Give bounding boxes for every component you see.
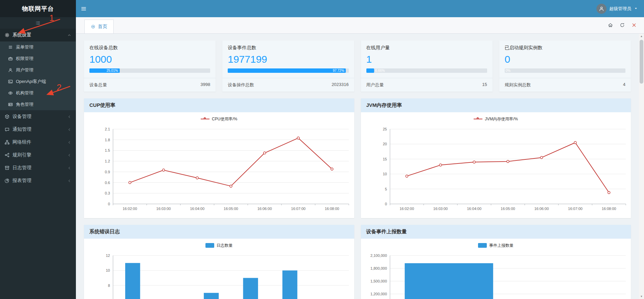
tab-label: 首页: [98, 24, 107, 30]
svg-text:16:04:00: 16:04:00: [190, 207, 204, 211]
stat-footer-value: 3998: [200, 82, 210, 88]
svg-text:2.1: 2.1: [105, 127, 110, 131]
sidebar-menu: 系统设置菜单管理权限管理用户管理OpenApi客户端机构管理角色管理设备管理通知…: [0, 29, 76, 187]
stat-card: 在线用户量 1 6.66% 用户总量 15: [361, 40, 493, 92]
sidebar-item-gear[interactable]: 系统设置: [0, 29, 76, 41]
chart-card: JVM内存使用率 JVM内存使用率/% 051015202516:02:0016…: [361, 98, 631, 218]
svg-text:16:03:00: 16:03:00: [433, 207, 448, 211]
sidebar-subitem-idcard[interactable]: 角色管理: [0, 99, 76, 110]
sidebar-item-label: 设备管理: [12, 114, 31, 120]
user-menu[interactable]: 超级管理员: [590, 0, 644, 17]
stat-progress-label: 0%: [506, 68, 510, 73]
sidebar-subitem-user[interactable]: 用户管理: [0, 64, 76, 76]
stat-top: 设备事件总数 1977199 97.72%: [222, 40, 354, 78]
svg-text:2,100,000: 2,100,000: [370, 253, 387, 258]
stat-title: 已启动规则实例数: [505, 45, 625, 51]
tab-home[interactable]: 首页: [84, 20, 114, 33]
chart-card: 系统错误日志 日志数量 024681012: [84, 225, 354, 299]
legend-item[interactable]: JVM内存使用率/%: [474, 116, 518, 122]
chevron-left-icon: [67, 153, 71, 157]
list-lines-icon: [35, 21, 40, 26]
scrollbar-thumb[interactable]: [640, 40, 643, 84]
chart-title: JVM内存使用率: [361, 98, 631, 112]
scrollbar-up-icon[interactable]: ▲: [639, 34, 644, 39]
stat-footer-value: 15: [482, 82, 487, 88]
sidebar-toggle-button[interactable]: [76, 0, 91, 17]
stat-footer-label: 用户总量: [366, 82, 384, 88]
sidebar: 物联网平台 系统设置菜单管理权限管理用户管理OpenApi客户端机构管理角色管理…: [0, 0, 76, 299]
chevron-left-icon: [67, 179, 71, 183]
sidebar-subitem-list[interactable]: 菜单管理: [0, 41, 76, 53]
legend-item[interactable]: CPU使用率/%: [201, 116, 237, 122]
home-icon: [608, 23, 613, 28]
eye-icon: [8, 91, 13, 95]
dot-circle-icon: [91, 24, 95, 29]
sidebar-item-share[interactable]: 规则引擎: [0, 149, 76, 161]
svg-text:5: 5: [385, 187, 387, 191]
refresh-icon: [620, 23, 625, 28]
dot-circle-icon: [91, 24, 95, 29]
sidebar-list-toggle[interactable]: [0, 17, 76, 29]
gear-icon: [5, 33, 9, 37]
legend-item[interactable]: 事件上报数量: [478, 243, 513, 248]
app-logo[interactable]: 物联网平台: [0, 0, 76, 17]
stat-footer-value: 4: [623, 82, 625, 88]
sidebar-subitem-terminal[interactable]: OpenApi客户端: [0, 76, 76, 87]
stat-card: 在线设备总数 1000 25.01% 设备总量 3998: [84, 40, 216, 92]
svg-text:10: 10: [383, 172, 387, 176]
sidebar-item-sitemap[interactable]: 网络组件: [0, 136, 76, 149]
svg-text:1,800,000: 1,800,000: [370, 266, 387, 270]
close-icon[interactable]: [632, 23, 637, 28]
svg-text:1,500,000: 1,500,000: [370, 279, 387, 283]
sidebar-item-comment[interactable]: 通知管理: [0, 123, 76, 136]
vertical-scrollbar[interactable]: ▲ ▼: [639, 34, 644, 299]
svg-text:0: 0: [108, 202, 110, 206]
refresh-icon[interactable]: [620, 23, 625, 28]
stat-progress-label: 97.72%: [228, 68, 346, 73]
sidebar-item-cube[interactable]: 设备管理: [0, 110, 76, 123]
svg-text:16:05:00: 16:05:00: [501, 207, 515, 211]
sidebar-subitem-briefcase[interactable]: 权限管理: [0, 53, 76, 64]
svg-text:16:02:00: 16:02:00: [123, 207, 137, 211]
chevron-left-icon: [67, 128, 71, 131]
svg-text:16:06:00: 16:06:00: [534, 207, 549, 211]
user-icon: [8, 68, 13, 72]
chart-legend: CPU使用率/%: [84, 114, 354, 124]
sidebar-subitem-label: 菜单管理: [16, 44, 33, 50]
chart-body: 051015202516:02:0016:03:0016:04:0016:05:…: [361, 124, 631, 218]
tab-actions: [600, 17, 644, 33]
sidebar-item-label: 通知管理: [12, 126, 31, 132]
legend-item[interactable]: 日志数量: [205, 243, 233, 248]
stat-value: 1: [366, 53, 487, 65]
svg-text:0.6: 0.6: [105, 181, 110, 185]
sidebar-subitem-label: 用户管理: [16, 67, 33, 73]
sidebar-item-pie[interactable]: 报表管理: [0, 174, 76, 187]
chart-card: CUP使用率 CPU使用率/% 00.30.60.91.21.51.82.116…: [84, 98, 354, 218]
sidebar-item-label: 网络组件: [12, 139, 31, 145]
svg-text:16:07:00: 16:07:00: [291, 207, 306, 211]
stat-value: 1977199: [228, 53, 348, 65]
chart-title: CUP使用率: [84, 98, 354, 112]
legend-label: 日志数量: [217, 243, 233, 248]
svg-text:16:05:00: 16:05:00: [224, 207, 238, 211]
svg-text:16:04:00: 16:04:00: [467, 207, 481, 211]
svg-text:15: 15: [383, 157, 387, 161]
charts-row-bottom: 系统错误日志 日志数量 024681012 设备事件上报数量 事件上报数量 03…: [84, 225, 631, 299]
sidebar-item-label: 系统设置: [12, 32, 31, 38]
stat-progress-label: 6.66%: [375, 68, 385, 73]
chart-body: 024681012: [84, 251, 354, 299]
legend-label: 事件上报数量: [489, 243, 513, 248]
stat-footer: 规则实例总数 4: [499, 78, 631, 92]
sidebar-subitem-eye[interactable]: 机构管理: [0, 87, 76, 99]
scrollbar-down-icon[interactable]: ▼: [639, 294, 644, 299]
sidebar-item-archive[interactable]: 日志管理: [0, 161, 76, 174]
stat-progress-bar: 6.66%: [366, 68, 487, 73]
svg-text:0.3: 0.3: [105, 191, 110, 195]
user-avatar: [596, 4, 607, 14]
home-icon[interactable]: [608, 23, 613, 28]
svg-text:0: 0: [385, 202, 387, 206]
svg-text:1.8: 1.8: [105, 138, 110, 142]
close-icon: [632, 23, 637, 28]
svg-text:12: 12: [106, 253, 110, 258]
caret-down-icon: [634, 6, 638, 11]
